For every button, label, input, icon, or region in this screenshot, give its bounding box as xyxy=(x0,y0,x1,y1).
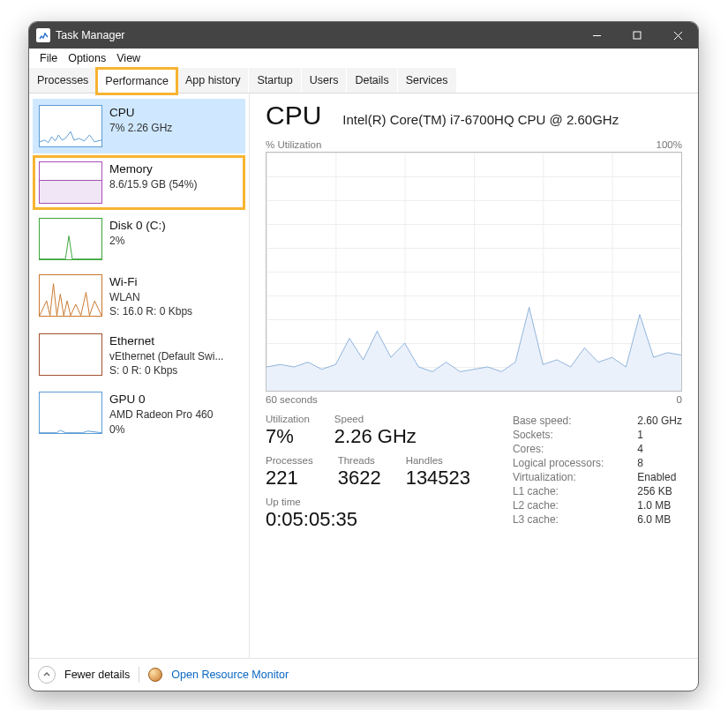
chart-xlabel-right: 0 xyxy=(677,394,682,405)
chevron-up-icon[interactable] xyxy=(38,666,56,684)
open-resource-monitor-link[interactable]: Open Resource Monitor xyxy=(171,669,289,681)
virt-label: Virtualization: xyxy=(513,470,637,484)
stat-threads-label: Threads xyxy=(338,455,381,466)
ethernet-thumb-icon xyxy=(39,333,102,376)
close-button[interactable] xyxy=(657,22,698,49)
stat-threads: 3622 xyxy=(338,467,381,490)
resource-monitor-icon xyxy=(148,668,162,682)
menu-view[interactable]: View xyxy=(111,50,146,66)
maximize-button[interactable] xyxy=(617,22,657,49)
tab-processes[interactable]: Processes xyxy=(29,68,96,93)
sidebar-gpu-sub1: AMD Radeon Pro 460 xyxy=(109,407,213,422)
tab-users[interactable]: Users xyxy=(302,68,347,93)
tab-services[interactable]: Services xyxy=(398,68,456,93)
memory-thumb-icon xyxy=(39,161,102,204)
menu-options[interactable]: Options xyxy=(63,50,111,66)
l3-label: L3 cache: xyxy=(513,512,637,527)
performance-sidebar: CPU 7% 2.26 GHz Memory 8.6/15.9 GB (54%)… xyxy=(29,93,250,658)
sidebar-item-memory[interactable]: Memory 8.6/15.9 GB (54%) xyxy=(33,155,245,210)
sidebar-wifi-sub1: WLAN xyxy=(109,290,192,304)
fewer-details-button[interactable]: Fewer details xyxy=(64,669,130,681)
menu-file[interactable]: File xyxy=(34,50,63,66)
cpu-thumb-icon xyxy=(39,105,102,147)
cpu-model: Intel(R) Core(TM) i7-6700HQ CPU @ 2.60GH… xyxy=(342,112,619,127)
lp-label: Logical processors: xyxy=(513,456,637,470)
chart-xlabel-left: 60 seconds xyxy=(266,394,318,405)
sidebar-item-wifi[interactable]: Wi-Fi WLAN S: 16.0 R: 0 Kbps xyxy=(33,268,245,325)
stat-uptime: 0:05:05:35 xyxy=(266,508,357,531)
stat-uptime-label: Up time xyxy=(266,497,357,507)
sidebar-eth-sub2: S: 0 R: 0 Kbps xyxy=(109,363,223,377)
sidebar-disk-sub: 2% xyxy=(109,234,166,248)
footer: Fewer details Open Resource Monitor xyxy=(29,658,698,690)
cpu-info-table: Base speed:2.60 GHz Sockets:1 Cores:4 Lo… xyxy=(513,414,682,527)
chart-ylabel-right: 100% xyxy=(657,139,682,150)
sidebar-gpu-title: GPU 0 xyxy=(109,392,213,407)
divider xyxy=(139,667,139,683)
sidebar-cpu-sub: 7% 2.26 GHz xyxy=(109,121,172,135)
cores-label: Cores: xyxy=(513,442,637,456)
sockets-value: 1 xyxy=(637,428,682,442)
sidebar-item-cpu[interactable]: CPU 7% 2.26 GHz xyxy=(33,99,245,153)
sidebar-eth-sub1: vEthernet (Default Swi... xyxy=(109,349,223,363)
base-speed-value: 2.60 GHz xyxy=(637,414,682,428)
stat-speed-label: Speed xyxy=(334,414,417,424)
tab-app-history[interactable]: App history xyxy=(177,68,249,93)
svg-rect-1 xyxy=(634,32,641,39)
sockets-label: Sockets: xyxy=(513,428,637,442)
gpu-thumb-icon xyxy=(39,392,102,434)
l2-value: 1.0 MB xyxy=(637,498,682,512)
sidebar-item-ethernet[interactable]: Ethernet vEthernet (Default Swi... S: 0 … xyxy=(33,327,245,385)
wifi-thumb-icon xyxy=(39,274,102,317)
app-icon xyxy=(36,28,50,42)
lp-value: 8 xyxy=(637,456,682,470)
chart-ylabel-left: % Utilization xyxy=(266,139,321,150)
stat-utilization: 7% xyxy=(266,425,310,448)
stat-handles-label: Handles xyxy=(406,455,470,466)
sidebar-memory-sub: 8.6/15.9 GB (54%) xyxy=(109,177,197,191)
l2-label: L2 cache: xyxy=(513,498,637,512)
sidebar-wifi-title: Wi-Fi xyxy=(109,274,192,290)
tab-startup[interactable]: Startup xyxy=(249,68,300,93)
stat-speed: 2.26 GHz xyxy=(334,425,417,448)
sidebar-cpu-title: CPU xyxy=(109,105,172,121)
panel-heading: CPU xyxy=(266,101,321,131)
l1-value: 256 KB xyxy=(637,484,682,498)
sidebar-wifi-sub2: S: 16.0 R: 0 Kbps xyxy=(109,304,192,318)
minimize-button[interactable] xyxy=(576,22,617,49)
sidebar-eth-title: Ethernet xyxy=(109,333,223,349)
sidebar-item-gpu[interactable]: GPU 0 AMD Radeon Pro 460 0% xyxy=(33,385,245,443)
sidebar-memory-title: Memory xyxy=(109,161,197,177)
sidebar-gpu-sub2: 0% xyxy=(109,422,213,437)
virt-value: Enabled xyxy=(637,470,682,484)
cores-value: 4 xyxy=(637,442,682,456)
stat-processes-label: Processes xyxy=(266,455,313,466)
cpu-utilization-chart xyxy=(266,152,682,392)
tab-strip: Processes Performance App history Startu… xyxy=(29,68,698,93)
disk-thumb-icon xyxy=(39,218,102,260)
menu-bar: File Options View xyxy=(29,49,698,68)
sidebar-item-disk[interactable]: Disk 0 (C:) 2% xyxy=(33,212,245,266)
stat-processes: 221 xyxy=(266,467,313,490)
stat-utilization-label: Utilization xyxy=(266,414,310,424)
l1-label: L1 cache: xyxy=(513,484,637,498)
tab-performance[interactable]: Performance xyxy=(97,69,176,93)
performance-panel: CPU Intel(R) Core(TM) i7-6700HQ CPU @ 2.… xyxy=(250,93,698,658)
tab-details[interactable]: Details xyxy=(347,68,396,93)
window-title: Task Manager xyxy=(56,29,125,41)
sidebar-disk-title: Disk 0 (C:) xyxy=(109,218,166,234)
title-bar[interactable]: Task Manager xyxy=(29,22,698,49)
stat-handles: 134523 xyxy=(406,467,470,490)
l3-value: 6.0 MB xyxy=(637,512,682,527)
base-speed-label: Base speed: xyxy=(513,414,637,428)
